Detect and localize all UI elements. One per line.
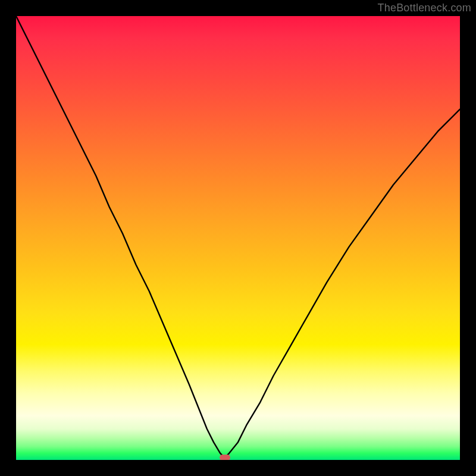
chart-frame: TheBottleneck.com [0, 0, 476, 476]
minimum-marker [220, 455, 230, 460]
bottleneck-curve [16, 16, 460, 460]
plot-area [16, 16, 460, 460]
watermark-text: TheBottleneck.com [378, 2, 471, 14]
